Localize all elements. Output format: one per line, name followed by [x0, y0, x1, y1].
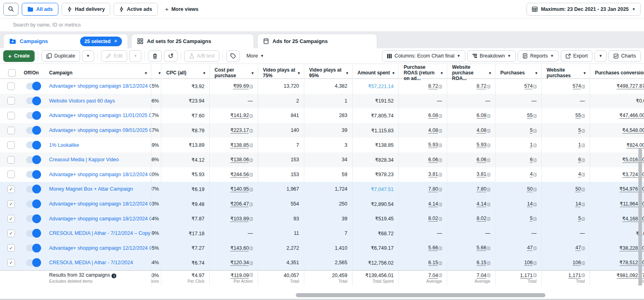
reports-button[interactable]: Reports ▼ — [518, 50, 559, 62]
campaign-name-cell: CRESOUL MEDIA | Athar - 7/12/2024 – Copy — [44, 226, 151, 241]
header-cost-per-purchase[interactable]: Cost per purchase▼ — [209, 64, 258, 82]
campaign-toggle[interactable] — [26, 245, 41, 251]
row-checkbox[interactable] — [7, 97, 15, 105]
view-tab-had-delivery[interactable]: Had delivery — [62, 3, 110, 16]
header-clipped-column[interactable]: ▼ — [151, 64, 161, 82]
campaign-link[interactable]: Advantage+ shopping campaign 12/12/2024 … — [49, 245, 151, 251]
row-checkbox[interactable]: ✓ — [7, 259, 15, 267]
header-website-roas[interactable]: Website purchase ROA...▼ — [447, 64, 495, 82]
row-checkbox[interactable] — [7, 156, 15, 164]
header-purchases[interactable]: Purchases▼ — [495, 64, 541, 82]
tag-button[interactable] — [226, 50, 240, 62]
campaign-toggle[interactable] — [26, 127, 41, 134]
attribution-icon: 2 — [582, 217, 585, 221]
selected-count-badge[interactable]: 25 selected ✕ — [80, 37, 122, 46]
campaign-link[interactable]: Advantage+ shopping campaign 18/12/2024 … — [49, 172, 151, 177]
footer-cost-per-purchase: ₹119.092Per Action — [209, 271, 258, 286]
campaign-toggle[interactable] — [26, 142, 41, 148]
campaign-link[interactable]: Money Magnet Box + Attar Campaign — [49, 186, 133, 192]
row-checkbox[interactable]: ✓ — [7, 230, 15, 237]
row-checkbox[interactable] — [7, 141, 15, 149]
search-toggle-button[interactable] — [3, 3, 19, 16]
date-range-button[interactable]: Maximum: 23 Dec 2021 - 23 Jan 2025 ▼ — [526, 3, 641, 16]
campaign-toggle[interactable] — [26, 97, 41, 104]
video-plays-75-cell: 7 — [258, 138, 304, 152]
create-button[interactable]: + Create — [3, 50, 35, 62]
header-video-95[interactable]: Video plays at 95%▼ — [304, 64, 352, 82]
select-all-checkbox[interactable] — [8, 69, 16, 77]
campaign-toggle[interactable] — [26, 186, 41, 193]
campaign-toggle[interactable] — [26, 171, 41, 178]
breakdown-button[interactable]: Breakdown ▼ — [467, 50, 516, 62]
attribution-icon: 2 — [250, 261, 253, 265]
campaign-link[interactable]: CRESOUL MEDIA | Athar - 7/12/2024 – Copy — [49, 230, 151, 236]
campaign-toggle[interactable] — [26, 230, 41, 237]
campaign-toggle[interactable] — [26, 201, 41, 208]
charts-button[interactable]: Charts — [609, 50, 641, 62]
header-purchases-conversion[interactable]: Purchases conversion... — [590, 64, 644, 82]
campaign-link[interactable]: Advantage+ shopping campaign 18/12/2024 … — [49, 83, 151, 89]
row-checkbox[interactable]: ✓ — [7, 185, 15, 193]
row-checkbox[interactable] — [7, 127, 15, 134]
campaign-name-cell: CRESOUL MEDIA | Athar - 7/12/2024 — [44, 255, 151, 270]
view-tab-all-ads[interactable]: All ads — [22, 3, 58, 16]
undo-button[interactable]: ↺ — [164, 50, 178, 62]
view-tab-active-ads[interactable]: Active ads — [114, 3, 158, 16]
duplicate-label: Duplicate — [54, 53, 75, 59]
footer-purchases: 1,1712Total — [495, 271, 541, 286]
header-cpc[interactable]: CPC (all)▼ — [161, 64, 209, 82]
campaign-toggle[interactable] — [26, 156, 41, 163]
campaign-link[interactable]: 1% Lookalike — [49, 142, 79, 148]
ab-test-button[interactable]: A/B test — [184, 50, 219, 62]
campaign-toggle[interactable] — [26, 83, 41, 90]
tab-ad-sets[interactable]: Ad sets for 25 Campaigns — [131, 34, 254, 48]
campaign-toggle[interactable] — [26, 215, 41, 222]
row-checkbox[interactable] — [7, 112, 15, 119]
edit-label: Edit — [114, 53, 123, 59]
horizontal-scrollbar[interactable] — [296, 293, 545, 297]
tab-campaigns[interactable]: Campaigns 25 selected ✕ — [3, 34, 128, 48]
row-checkbox[interactable]: ✓ — [7, 244, 15, 252]
campaign-link[interactable]: Creasoul Media | Kappor Video — [49, 157, 119, 162]
export-dropdown-button[interactable]: ▼ — [594, 50, 607, 62]
header-purchase-roas[interactable]: Purchase ROAS (return on ad...▼ — [398, 64, 447, 82]
row-checkbox-cell: ✓ — [0, 182, 22, 197]
duplicate-button[interactable]: Duplicate — [41, 50, 80, 62]
search-input[interactable] — [3, 18, 641, 31]
tab-ads[interactable]: Ads for 25 Campaigns — [257, 34, 377, 48]
row-checkbox[interactable]: ✓ — [7, 200, 15, 208]
export-button[interactable]: Export — [561, 50, 592, 62]
duplicate-dropdown-button[interactable]: ▼ — [82, 50, 94, 62]
campaign-link[interactable]: Website Visitors past 60 days — [49, 98, 115, 104]
toggle-knob — [32, 170, 41, 179]
more-actions-button[interactable]: More ▼ — [242, 50, 268, 62]
amount-spent-cell: ₹7,805.74 — [352, 108, 398, 123]
delete-button[interactable] — [148, 50, 162, 62]
header-campaign[interactable]: Campaign▼ — [44, 64, 151, 82]
header-video-75[interactable]: Video plays at 75%▼ — [258, 64, 304, 82]
campaign-link[interactable]: Advantage+ shopping campaign 18/12/2024 … — [49, 201, 151, 207]
campaign-link[interactable]: Advantage+ shopping campaign 11/01/2025 … — [49, 113, 151, 118]
website-purchases-cell: 1062 — [541, 255, 590, 270]
table-row: Advantage+ shopping campaign 18/12/2024 … — [0, 167, 644, 182]
row-checkbox[interactable]: ✓ — [7, 215, 15, 222]
edit-dropdown-button[interactable]: ▼ — [129, 50, 141, 62]
columns-button[interactable]: Columns: Ecom Chart final ▼ — [382, 50, 465, 62]
row-checkbox[interactable] — [7, 171, 15, 178]
edit-button[interactable]: Edit — [101, 50, 128, 62]
website-purchases-cell: 472 — [541, 241, 590, 256]
campaign-link[interactable]: Advantage+ shopping campaign 18/12/2024 … — [49, 216, 151, 222]
more-views-button[interactable]: + More views — [161, 3, 202, 16]
clear-selection-icon[interactable]: ✕ — [114, 39, 118, 44]
cpc-cell: ₹6.74 — [161, 255, 209, 270]
header-website-purchases[interactable]: Website purchases▼ — [541, 64, 590, 82]
campaign-toggle[interactable] — [26, 112, 41, 119]
campaign-toggle[interactable] — [26, 259, 41, 266]
tag-icon — [230, 53, 236, 59]
row-checkbox[interactable] — [7, 82, 15, 90]
header-amount-spent[interactable]: Amount spent▼ — [352, 64, 398, 82]
info-icon[interactable]: i — [111, 273, 116, 278]
campaign-link[interactable]: Advantage+ shopping campaign 09/01/2025 … — [49, 127, 151, 133]
vertical-scrollbar[interactable] — [638, 148, 642, 286]
campaign-link[interactable]: CRESOUL MEDIA | Athar - 7/12/2024 — [49, 260, 133, 265]
